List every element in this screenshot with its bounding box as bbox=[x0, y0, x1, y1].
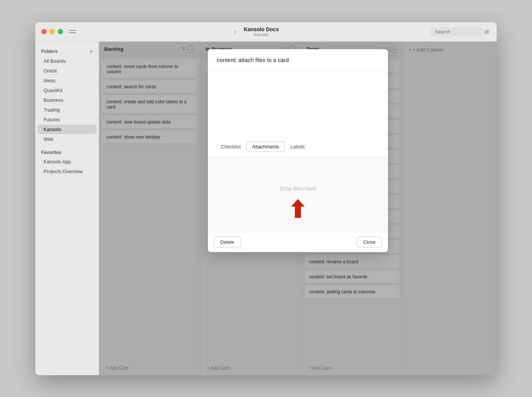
close-button[interactable]: Close bbox=[357, 237, 382, 248]
sidebar: Folders + All Boards Orebit Ideas QuantK… bbox=[35, 42, 99, 375]
title-bar-center: ‹ Kansolo Docs Kansolo bbox=[80, 26, 430, 37]
sidebar-item-all-boards[interactable]: All Boards bbox=[38, 56, 96, 66]
window-subtitle: Kansolo bbox=[254, 32, 269, 37]
board-area: Backlog 5 – content: move cards from col… bbox=[99, 42, 497, 375]
close-button[interactable] bbox=[41, 29, 47, 34]
favorites-section-header: Favorites bbox=[35, 148, 99, 157]
sidebar-item-business[interactable]: Business bbox=[38, 95, 96, 105]
sidebar-item-kansolo[interactable]: Kansolo bbox=[38, 125, 96, 134]
window-title-info: Kansolo Docs Kansolo bbox=[244, 26, 279, 37]
sidebar-item-ideas[interactable]: Ideas bbox=[38, 76, 96, 85]
sidebar-toggle-button[interactable] bbox=[69, 28, 80, 35]
add-folder-button[interactable]: + bbox=[90, 48, 93, 54]
back-button[interactable]: ‹ bbox=[231, 28, 239, 36]
layout-toggle-icon[interactable]: ⊞ bbox=[483, 27, 491, 37]
maximize-button[interactable] bbox=[58, 29, 63, 34]
sidebar-item-web[interactable]: Web bbox=[38, 134, 96, 144]
upload-arrow-icon bbox=[291, 199, 305, 218]
app-window: ‹ Kansolo Docs Kansolo ⊞ Folders + All B… bbox=[35, 22, 497, 375]
tab-attachments[interactable]: Attachments bbox=[246, 142, 285, 152]
drop-zone[interactable]: Drop files here bbox=[208, 157, 388, 232]
sidebar-item-orebit[interactable]: Orebit bbox=[38, 66, 96, 75]
modal-footer: Delete Close bbox=[208, 232, 388, 252]
tab-checklist[interactable]: Checklist bbox=[215, 142, 246, 152]
title-bar: ‹ Kansolo Docs Kansolo ⊞ bbox=[35, 22, 497, 42]
traffic-lights bbox=[41, 29, 63, 34]
modal-header: content: attach files to a card bbox=[208, 49, 388, 69]
folders-label: Folders bbox=[41, 49, 57, 54]
tab-labels[interactable]: Labels bbox=[285, 142, 310, 152]
main-layout: Folders + All Boards Orebit Ideas QuantK… bbox=[35, 42, 497, 375]
folders-section-header: Folders + bbox=[35, 46, 99, 56]
sidebar-item-trading[interactable]: Trading bbox=[38, 105, 96, 115]
modal-body bbox=[208, 69, 388, 137]
svg-marker-0 bbox=[291, 199, 305, 218]
delete-button[interactable]: Delete bbox=[214, 237, 241, 248]
modal-title: content: attach files to a card bbox=[217, 57, 379, 63]
sidebar-item-quantkit[interactable]: QuantKit bbox=[38, 86, 96, 95]
drop-text: Drop files here bbox=[280, 185, 316, 192]
sidebar-item-kansolo-app[interactable]: Kansolo App bbox=[38, 157, 96, 166]
sidebar-item-futures[interactable]: Futures bbox=[38, 115, 96, 124]
window-title: Kansolo Docs bbox=[244, 26, 279, 32]
minimize-button[interactable] bbox=[50, 29, 55, 34]
modal-dialog: content: attach files to a card Checklis… bbox=[208, 49, 388, 252]
modal-tabs: Checklist Attachments Labels bbox=[208, 137, 388, 157]
sidebar-item-projects-overview[interactable]: Projects Overview bbox=[38, 167, 96, 176]
search-input[interactable] bbox=[430, 27, 483, 36]
modal-overlay: content: attach files to a card Checklis… bbox=[99, 42, 497, 375]
